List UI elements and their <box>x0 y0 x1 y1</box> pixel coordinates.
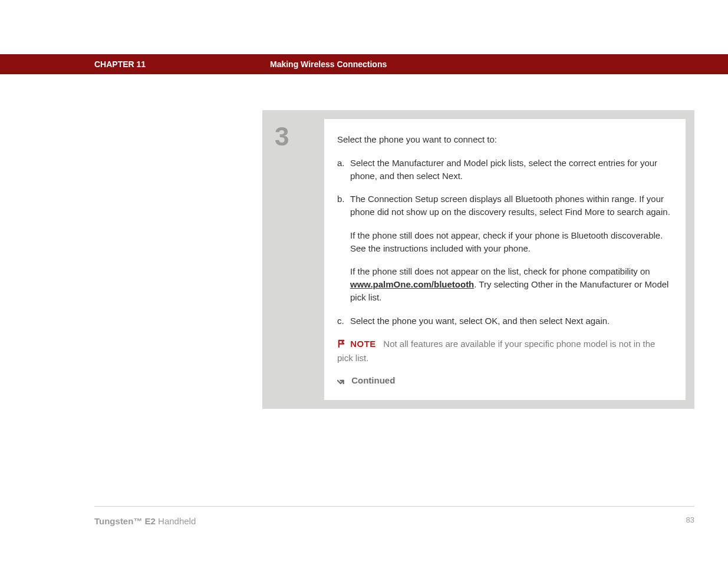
compatibility-link[interactable]: www.palmOne.com/bluetooth <box>350 279 474 289</box>
step-number: 3 <box>271 119 324 400</box>
step-card: 3 Select the phone you want to connect t… <box>262 110 694 409</box>
continued-label: Continued <box>351 375 395 385</box>
note-block: NOTE Not all features are available if y… <box>337 338 673 365</box>
chapter-title: Making Wireless Connections <box>270 58 387 70</box>
step-body: Select the phone you want to connect to:… <box>324 119 686 400</box>
step-ordered-list: a. Select the Manufacturer and Model pic… <box>337 157 673 328</box>
list-item: a. Select the Manufacturer and Model pic… <box>337 157 673 183</box>
list-item: c. Select the phone you want, select OK,… <box>337 315 673 328</box>
product-bold: Tungsten™ E2 <box>94 516 156 526</box>
page-footer: Tungsten™ E2 Handheld 83 <box>94 506 694 528</box>
chapter-header-bar: CHAPTER 11 Making Wireless Connections <box>0 54 728 74</box>
list-item: b. The Connection Setup screen displays … <box>337 193 673 303</box>
list-marker: a. <box>337 157 350 183</box>
list-text-main: The Connection Setup screen displays all… <box>350 194 670 217</box>
arrow-down-right-icon <box>337 375 345 388</box>
list-text: The Connection Setup screen displays all… <box>350 193 673 303</box>
page-number: 83 <box>686 515 694 528</box>
step-intro: Select the phone you want to connect to: <box>337 133 673 146</box>
note-text: Not all features are available if your s… <box>337 339 655 363</box>
list-text-sub1: If the phone still does not appear, chec… <box>350 229 673 255</box>
list-text: Select the Manufacturer and Model pick l… <box>350 157 673 183</box>
continued-line: Continued <box>337 374 673 388</box>
chapter-number: CHAPTER 11 <box>94 58 146 70</box>
list-text-sub2: If the phone still does not appear on th… <box>350 265 673 303</box>
list-marker: b. <box>337 193 350 303</box>
list-text: Select the phone you want, select OK, an… <box>350 315 673 328</box>
note-label: NOTE <box>350 339 376 349</box>
flag-icon <box>337 339 346 352</box>
product-name: Tungsten™ E2 Handheld <box>94 515 196 528</box>
product-light: Handheld <box>156 516 196 526</box>
list-marker: c. <box>337 315 350 328</box>
sub2-pre: If the phone still does not appear on th… <box>350 266 650 276</box>
